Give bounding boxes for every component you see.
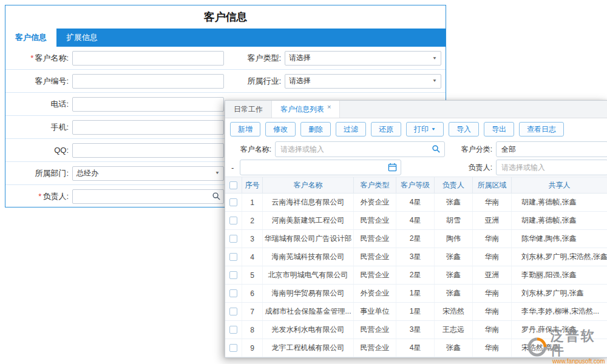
customer-name-link[interactable]: 海南明华贸易有限公司 bbox=[263, 285, 354, 302]
row-checkbox-cell bbox=[225, 248, 242, 266]
owner-link[interactable]: 张鑫 bbox=[435, 339, 473, 357]
tab-customer-info[interactable]: 客户信息 bbox=[5, 29, 56, 47]
row-checkbox[interactable] bbox=[229, 326, 237, 334]
row-checkbox[interactable] bbox=[229, 344, 237, 352]
table-row[interactable]: 9龙宇工程机械有限公司民营企业4星张鑫华南宋浩然,章燕 bbox=[225, 339, 607, 357]
date-input[interactable] bbox=[240, 160, 401, 175]
qq-input[interactable] bbox=[72, 143, 224, 158]
department-select[interactable]: 总经办 ▼ bbox=[72, 166, 224, 181]
import-button[interactable]: 导入 bbox=[449, 122, 479, 136]
calendar-icon[interactable] bbox=[388, 163, 397, 172]
search-icon[interactable] bbox=[212, 192, 221, 201]
table-row[interactable]: 3华瑞城有限公司广告设计部民营企业2星陶伟华南陈华健,陶伟,张鑫 bbox=[225, 230, 607, 248]
customer-name-filter-input[interactable] bbox=[275, 141, 445, 157]
close-tab-icon[interactable]: × bbox=[327, 103, 331, 110]
toolbar: 新增 修改 删除 过滤 还原 打印 ▼ 导入 导出 查看日志 bbox=[225, 118, 607, 140]
add-button[interactable]: 新增 bbox=[230, 122, 260, 136]
owner-link[interactable]: 张鑫 bbox=[435, 285, 473, 302]
industry-value: 请选择 bbox=[289, 76, 311, 86]
owner-link[interactable]: 宋浩然 bbox=[435, 303, 473, 320]
customer-name-link[interactable]: 云南海祥信息有限公司 bbox=[263, 194, 354, 211]
owner-link[interactable]: 王志远 bbox=[435, 321, 473, 339]
owner-link[interactable]: 张鑫 bbox=[435, 248, 473, 266]
owner-search-input[interactable] bbox=[72, 189, 224, 204]
phone-label: 电话: bbox=[5, 99, 72, 110]
delete-button[interactable]: 删除 bbox=[300, 122, 331, 136]
tab-daily-work[interactable]: 日常工作 bbox=[225, 101, 272, 118]
row-checkbox[interactable] bbox=[229, 271, 237, 279]
form-row-customer-name: *客户名称: 客户类型: 请选择 ▼ bbox=[5, 47, 446, 70]
owner-label: *负责人: bbox=[5, 191, 72, 202]
customer-type: 民营企业 bbox=[354, 321, 396, 339]
dialog-tab-bar: 客户信息 扩展信息 bbox=[5, 29, 446, 47]
row-checkbox-cell bbox=[225, 212, 242, 229]
phone-input[interactable] bbox=[72, 97, 224, 112]
row-index: 4 bbox=[242, 248, 263, 266]
table-header: 序号 客户名称 客户类型 客户等级 负责人 所属区域 共享人 bbox=[225, 177, 607, 194]
customer-code-input[interactable] bbox=[72, 74, 224, 89]
customer-level: 4星 bbox=[396, 212, 435, 229]
row-index: 8 bbox=[242, 321, 263, 339]
customer-name-filter bbox=[275, 141, 445, 157]
row-index: 7 bbox=[242, 303, 263, 320]
chevron-down-icon: ▼ bbox=[432, 79, 437, 83]
filter-button[interactable]: 过滤 bbox=[336, 122, 366, 136]
customer-name-link[interactable]: 海南芜城科技有限公司 bbox=[263, 248, 354, 266]
table-row[interactable]: 5北京市明城电气有限公司民营企业2星张鑫亚洲李勤丽,阳强,张鑫 bbox=[225, 266, 607, 285]
table-row[interactable]: 8光发水利水电有限公司民营企业3星王志远华南罗丹,薛保丰,张鑫 bbox=[225, 321, 607, 339]
row-checkbox-cell bbox=[225, 230, 242, 248]
customer-name-input[interactable] bbox=[72, 51, 224, 66]
row-checkbox[interactable] bbox=[229, 253, 237, 261]
customer-name-filter-label: 客户名称: bbox=[230, 144, 271, 155]
caret-down-icon: ▼ bbox=[431, 124, 436, 135]
share-list: 刘东林,罗广明,张鑫 bbox=[512, 285, 607, 302]
table-row[interactable]: 7成都市社会保险基金管理...事业单位1星宋浩然华南李华,李婷,柳琳,宋浩然..… bbox=[225, 303, 607, 321]
table-row[interactable]: 6海南明华贸易有限公司外资企业1星张鑫华南刘东林,罗广明,张鑫 bbox=[225, 285, 607, 303]
customer-name-link[interactable]: 成都市社会保险基金管理... bbox=[263, 303, 354, 320]
customer-level: 4星 bbox=[396, 339, 435, 357]
customer-type-select[interactable]: 请选择 ▼ bbox=[285, 51, 441, 66]
customer-type: 外资企业 bbox=[354, 285, 396, 302]
owner-link[interactable]: 张鑫 bbox=[435, 194, 473, 211]
table-row[interactable]: 1云南海祥信息有限公司外资企业4星张鑫华南胡建,蒋德帧,张鑫 bbox=[225, 194, 607, 212]
restore-button[interactable]: 还原 bbox=[371, 122, 401, 136]
export-button[interactable]: 导出 bbox=[484, 122, 514, 136]
print-button[interactable]: 打印 ▼ bbox=[406, 122, 444, 136]
owner-link[interactable]: 胡雪 bbox=[435, 212, 473, 229]
select-all-checkbox[interactable] bbox=[229, 181, 237, 189]
tab-extended-info[interactable]: 扩展信息 bbox=[56, 29, 107, 47]
tab-customer-list[interactable]: 客户信息列表× bbox=[272, 101, 340, 118]
edit-button[interactable]: 修改 bbox=[265, 122, 296, 136]
owner-filter-input[interactable] bbox=[496, 160, 607, 175]
mobile-input[interactable] bbox=[72, 120, 224, 135]
date-filter bbox=[240, 160, 401, 175]
customer-name-link[interactable]: 河南美新建筑工程公司 bbox=[263, 212, 354, 229]
region: 华南 bbox=[473, 230, 512, 248]
customer-name-link[interactable]: 华瑞城有限公司广告设计部 bbox=[263, 230, 354, 248]
owner-link[interactable]: 张鑫 bbox=[435, 266, 473, 284]
region: 华南 bbox=[473, 248, 512, 266]
filter-area: 客户名称: 客户分类: 全部 - bbox=[225, 140, 607, 177]
search-icon[interactable] bbox=[432, 144, 441, 153]
customer-table: 序号 客户名称 客户类型 客户等级 负责人 所属区域 共享人 1云南海祥信息有限… bbox=[225, 177, 607, 357]
row-index: 9 bbox=[242, 339, 263, 357]
region: 华南 bbox=[473, 285, 512, 302]
owner-link[interactable]: 陶伟 bbox=[435, 230, 473, 248]
category-select[interactable]: 全部 bbox=[496, 141, 607, 157]
row-checkbox[interactable] bbox=[229, 235, 237, 243]
row-checkbox[interactable] bbox=[229, 308, 237, 315]
row-checkbox[interactable] bbox=[229, 289, 237, 297]
panel-tab-bar: 日常工作 客户信息列表× bbox=[225, 101, 607, 118]
row-checkbox[interactable] bbox=[229, 198, 237, 206]
industry-select[interactable]: 请选择 ▼ bbox=[285, 74, 441, 89]
table-row[interactable]: 2河南美新建筑工程公司民营企业4星胡雪亚洲胡建,蒋德帧,张鑫 bbox=[225, 212, 607, 230]
row-checkbox-cell bbox=[225, 303, 242, 320]
customer-name-link[interactable]: 光发水利水电有限公司 bbox=[263, 321, 354, 339]
table-row[interactable]: 4海南芜城科技有限公司民营企业3星张鑫华南刘东林,罗广明,宋浩然,张鑫 bbox=[225, 248, 607, 266]
customer-name-link[interactable]: 北京市明城电气有限公司 bbox=[263, 266, 354, 284]
customer-name-link[interactable]: 龙宇工程机械有限公司 bbox=[263, 339, 354, 357]
region: 华南 bbox=[473, 303, 512, 320]
view-log-button[interactable]: 查看日志 bbox=[519, 122, 564, 136]
row-checkbox[interactable] bbox=[229, 217, 237, 224]
tab-customer-list-label: 客户信息列表 bbox=[280, 105, 324, 113]
